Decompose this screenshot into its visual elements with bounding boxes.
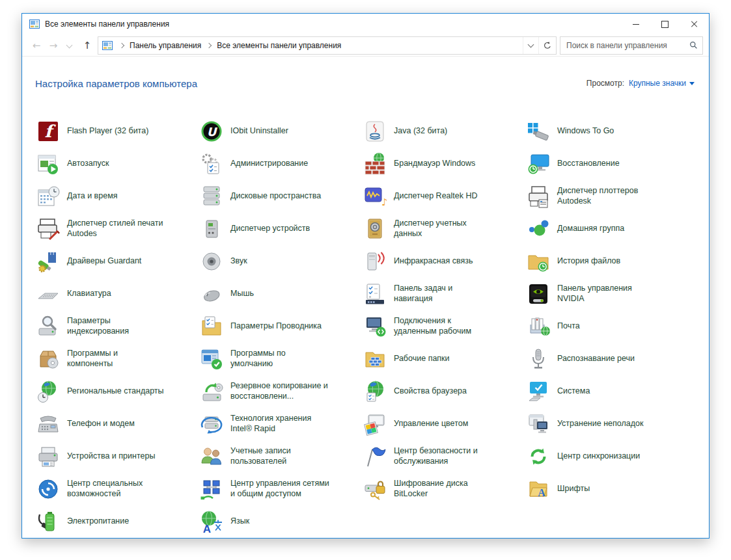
control-panel-item[interactable]: Телефон и модем: [35, 408, 199, 440]
forward-button[interactable]: [45, 37, 62, 54]
control-panel-item[interactable]: Свойства браузера: [362, 375, 525, 408]
item-label: Домашняя группа: [557, 224, 624, 234]
control-panel-item[interactable]: Электропитание: [35, 505, 199, 538]
control-panel-item[interactable]: Технология хранения Intel® Rapid: [199, 408, 362, 440]
control-panel-item[interactable]: Система: [525, 375, 689, 408]
control-panel-item[interactable]: Рабочие папки: [362, 343, 525, 375]
item-label: Рабочие папки: [394, 354, 450, 364]
control-panel-item[interactable]: Клавиатура: [35, 278, 199, 310]
control-panel-item[interactable]: Диспетчер плоттеров Autodesk: [525, 180, 689, 213]
item-label: Шрифты: [557, 484, 590, 494]
control-panel-item[interactable]: История файлов: [525, 245, 689, 278]
control-panel-item[interactable]: Устройства и принтеры: [35, 440, 199, 473]
admin-tools-icon: [199, 151, 225, 177]
address-bar[interactable]: Панель управления Все элементы панели уп…: [98, 36, 557, 55]
item-label: Windows To Go: [557, 126, 614, 137]
guardant-drivers-icon: [35, 248, 61, 274]
titlebar[interactable]: Все элементы панели управления: [22, 14, 709, 34]
control-panel-item[interactable]: Восстановление: [525, 148, 689, 180]
control-panel-item[interactable]: AЯзык: [199, 505, 362, 538]
control-panel-item[interactable]: Параметры индексирования: [35, 310, 199, 343]
firewall-icon: [362, 151, 388, 177]
mouse-icon: [199, 281, 225, 307]
control-panel-item[interactable]: Центр специальных возможностей: [35, 473, 199, 505]
minimize-button[interactable]: [621, 14, 650, 34]
control-panel-item[interactable]: Мышь: [199, 278, 362, 310]
control-panel-item[interactable]: ♪Диспетчер Realtek HD: [362, 180, 525, 213]
page-title: Настройка параметров компьютера: [35, 78, 197, 89]
control-panel-item[interactable]: Центр синхронизации: [525, 440, 689, 473]
storage-spaces-icon: [199, 183, 225, 209]
control-panel-item[interactable]: Диспетчер учетных данных: [362, 213, 525, 245]
control-panel-item[interactable]: AШрифты: [525, 473, 689, 505]
sync-center-icon: [525, 444, 551, 470]
breadcrumb-all-items[interactable]: Все элементы панели управления: [215, 41, 343, 50]
back-button[interactable]: [28, 37, 45, 54]
dropdown-caret-icon[interactable]: [689, 82, 695, 85]
control-panel-item[interactable]: Программы и компоненты: [35, 343, 199, 375]
control-panel-item[interactable]: Учетные записи пользователей: [199, 440, 362, 473]
control-panel-item[interactable]: Драйверы Guardant: [35, 245, 199, 278]
breadcrumb-control-panel[interactable]: Панель управления: [128, 41, 203, 50]
search-input[interactable]: [565, 40, 689, 51]
item-label: Технология хранения Intel® Rapid: [230, 414, 311, 434]
refresh-button[interactable]: [538, 37, 556, 54]
item-label: Региональные стандарты: [67, 386, 164, 397]
up-button[interactable]: [79, 37, 96, 54]
control-panel-item[interactable]: Инфракрасная связь: [362, 245, 525, 278]
item-label: Резервное копирование и восстановлени...: [230, 381, 328, 401]
control-panel-item[interactable]: Диспетчер устройств: [199, 213, 362, 245]
control-panel-item[interactable]: Параметры Проводника: [199, 310, 362, 343]
item-label: Мышь: [230, 289, 254, 299]
control-panel-item[interactable]: Подключения к удаленным рабочим: [362, 310, 525, 343]
control-panel-item[interactable]: Администрирование: [199, 148, 362, 180]
control-panel-item[interactable]: UIObit Uninstaller: [199, 115, 362, 148]
item-label: Шифрование диска BitLocker: [394, 479, 468, 499]
control-panel-item[interactable]: Дата и время: [35, 180, 199, 213]
troubleshooting-icon: [525, 411, 551, 437]
item-label: Клавиатура: [67, 289, 111, 299]
control-panel-item[interactable]: Дисковые пространства: [199, 180, 362, 213]
recent-locations-button[interactable]: [62, 37, 79, 54]
control-panel-item[interactable]: Шифрование диска BitLocker: [362, 473, 525, 505]
control-panel-item[interactable]: Программы по умолчанию: [199, 343, 362, 375]
content-area: Настройка параметров компьютера Просмотр…: [22, 57, 709, 538]
view-value-link[interactable]: Крупные значки: [629, 79, 686, 88]
control-panel-item[interactable]: Java (32 бита): [362, 115, 525, 148]
chevron-down-icon: [66, 42, 72, 48]
control-panel-item[interactable]: Панель управления NVIDIA: [525, 278, 689, 310]
control-panel-item[interactable]: Windows To Go: [525, 115, 689, 148]
control-panel-item[interactable]: Почта: [525, 310, 689, 343]
control-panel-item[interactable]: fFlash Player (32 бита): [35, 115, 199, 148]
control-panel-item[interactable]: Управление цветом: [362, 408, 525, 440]
svg-text:A: A: [538, 487, 545, 498]
close-button[interactable]: [680, 14, 709, 34]
region-icon: [35, 379, 61, 405]
control-panel-item[interactable]: Диспетчер стилей печати Autodes: [35, 213, 199, 245]
control-panel-item[interactable]: Устранение неполадок: [525, 408, 689, 440]
control-panel-item[interactable]: Распознавание речи: [525, 343, 689, 375]
taskbar-icon: [362, 281, 388, 307]
control-panel-item[interactable]: Звук: [199, 245, 362, 278]
date-time-icon: [35, 183, 61, 209]
work-folders-icon: [362, 346, 388, 372]
control-panel-item[interactable]: Автозапуск: [35, 148, 199, 180]
user-accounts-icon: [199, 444, 225, 470]
control-panel-item[interactable]: Центр управления сетями и общим доступом: [199, 473, 362, 505]
control-panel-item[interactable]: Брандмауэр Windows: [362, 148, 525, 180]
plotter-manager-icon: [525, 183, 551, 209]
control-panel-item[interactable]: Резервное копирование и восстановлени...: [199, 375, 362, 408]
color-management-icon: [362, 411, 388, 437]
control-panel-item[interactable]: Домашняя группа: [525, 213, 689, 245]
address-dropdown-button[interactable]: [523, 37, 538, 54]
maximize-button[interactable]: [650, 14, 680, 34]
desktop: Все элементы панели управления Панель уп…: [0, 0, 731, 560]
control-panel-item[interactable]: Центр безопасности и обслуживания: [362, 440, 525, 473]
realtek-audio-icon: ♪: [362, 183, 388, 209]
system-icon: [525, 379, 551, 405]
item-label: IObit Uninstaller: [230, 126, 288, 137]
keyboard-icon: [35, 281, 61, 307]
control-panel-item[interactable]: Региональные стандарты: [35, 375, 199, 408]
control-panel-item[interactable]: Панель задач и навигация: [362, 278, 525, 310]
item-label: Почта: [557, 321, 580, 332]
